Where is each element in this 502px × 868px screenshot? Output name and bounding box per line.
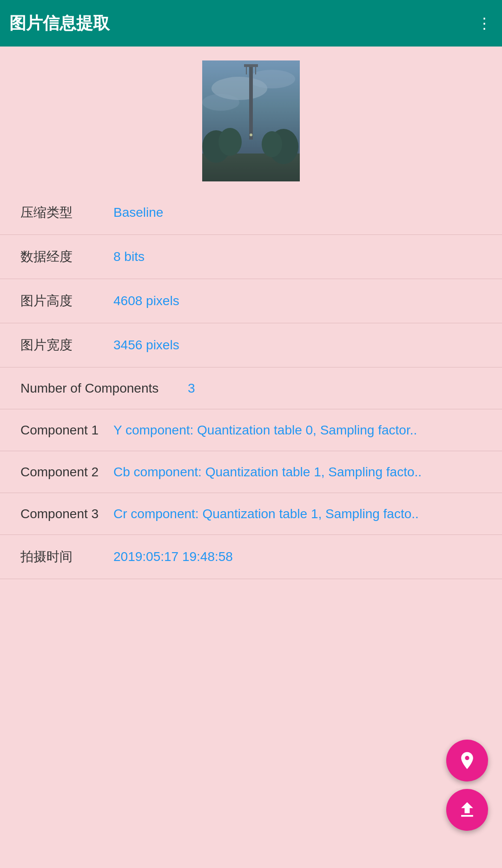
value-data-precision: 8 bits (113, 249, 482, 264)
label-compression-type: 压缩类型 (20, 204, 104, 221)
svg-point-3 (249, 70, 295, 88)
svg-point-12 (262, 131, 282, 157)
label-image-width: 图片宽度 (20, 336, 104, 354)
value-num-components: 3 (188, 381, 482, 396)
page-title: 图片信息提取 (9, 12, 110, 35)
preview-image (202, 60, 300, 181)
row-capture-time: 拍摄时间 2019:05:17 19:48:58 (0, 535, 502, 579)
upload-fab-button[interactable] (446, 789, 488, 831)
value-component2: Cb component: Quantization table 1, Samp… (113, 465, 482, 480)
value-capture-time: 2019:05:17 19:48:58 (113, 549, 482, 564)
label-component2: Component 2 (20, 465, 104, 480)
upload-icon (457, 800, 477, 820)
fab-container (446, 740, 488, 831)
label-data-precision: 数据经度 (20, 248, 104, 266)
label-capture-time: 拍摄时间 (20, 548, 104, 566)
row-component3: Component 3 Cr component: Quantization t… (0, 493, 502, 535)
row-component2: Component 2 Cb component: Quantization t… (0, 451, 502, 493)
label-component1: Component 1 (20, 423, 104, 438)
more-options-icon[interactable]: ⋮ (477, 14, 493, 32)
row-num-components: Number of Components 3 (0, 367, 502, 409)
svg-point-9 (202, 130, 230, 163)
label-num-components: Number of Components (20, 381, 178, 396)
row-image-width: 图片宽度 3456 pixels (0, 323, 502, 367)
svg-point-2 (211, 77, 267, 100)
svg-point-4 (202, 94, 239, 111)
row-compression-type: 压缩类型 Baseline (0, 191, 502, 235)
row-component1: Component 1 Y component: Quantization ta… (0, 409, 502, 451)
svg-rect-6 (244, 64, 258, 67)
location-fab-button[interactable] (446, 740, 488, 781)
label-image-height: 图片高度 (20, 292, 104, 310)
svg-point-10 (218, 128, 242, 156)
svg-rect-5 (249, 65, 253, 140)
svg-point-11 (269, 129, 298, 164)
svg-rect-0 (202, 60, 300, 154)
row-image-height: 图片高度 4608 pixels (0, 279, 502, 323)
value-component3: Cr component: Quantization table 1, Samp… (113, 507, 482, 521)
info-section: 压缩类型 Baseline 数据经度 8 bits 图片高度 4608 pixe… (0, 191, 502, 579)
location-pin-icon (457, 750, 477, 771)
value-image-width: 3456 pixels (113, 338, 482, 353)
value-image-height: 4608 pixels (113, 294, 482, 308)
label-component3: Component 3 (20, 507, 104, 521)
value-component1: Y component: Quantization table 0, Sampl… (113, 423, 482, 438)
svg-rect-1 (202, 154, 300, 181)
value-compression-type: Baseline (113, 205, 482, 220)
image-preview-container (0, 47, 502, 191)
svg-point-13 (250, 134, 252, 136)
app-header: 图片信息提取 ⋮ (0, 0, 502, 47)
row-data-precision: 数据经度 8 bits (0, 235, 502, 279)
